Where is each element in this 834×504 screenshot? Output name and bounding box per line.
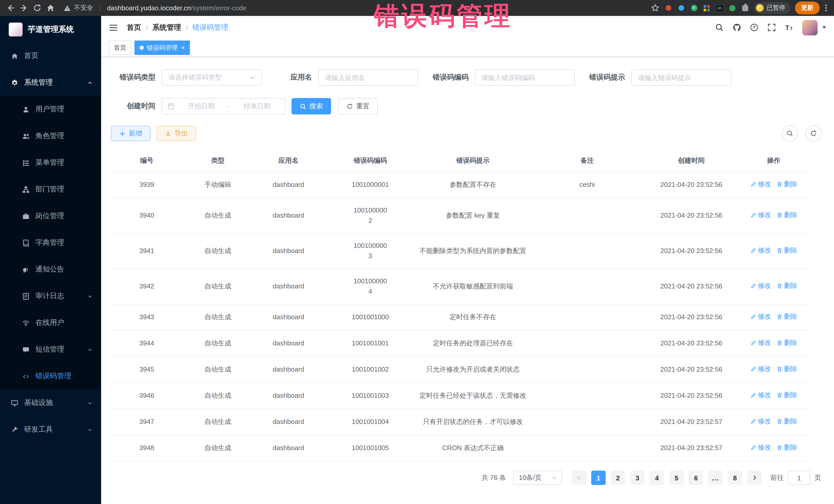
next-page-button[interactable]: [747, 470, 762, 485]
tab-error-code[interactable]: 错误码管理 ×: [134, 41, 190, 55]
extension-icon-grid[interactable]: [703, 4, 711, 12]
page-more-button[interactable]: ...: [708, 470, 723, 485]
delete-link[interactable]: 删除: [776, 179, 797, 190]
sidebar-item-notice[interactable]: 通知公告: [0, 256, 101, 283]
filter-time: 创建时间 开始日期 - 结束日期: [117, 98, 285, 114]
edit-link[interactable]: 修改: [750, 416, 771, 426]
back-icon[interactable]: [6, 4, 15, 12]
breadcrumb-home[interactable]: 首页: [127, 23, 141, 32]
page-button-8[interactable]: 8: [728, 470, 742, 485]
sidebar-item-dept[interactable]: 部门管理: [0, 176, 101, 203]
refresh-table-button[interactable]: [805, 125, 822, 141]
github-icon[interactable]: [732, 23, 741, 32]
sidebar-item-sms[interactable]: 短信管理: [0, 336, 101, 363]
breadcrumb-current: 错误码管理: [193, 23, 228, 32]
font-size-icon[interactable]: TT: [785, 23, 793, 32]
edit-link[interactable]: 修改: [750, 442, 771, 453]
sidebar-item-dict[interactable]: 字典管理: [0, 229, 101, 256]
sidebar-item-role[interactable]: 角色管理: [0, 123, 101, 149]
delete-link[interactable]: 删除: [776, 390, 797, 400]
edit-link[interactable]: 修改: [750, 364, 771, 374]
prev-page-button[interactable]: [572, 470, 586, 485]
error-hint-input[interactable]: [632, 70, 731, 85]
refresh-icon[interactable]: [33, 4, 42, 12]
date-range-picker[interactable]: 开始日期 - 结束日期: [162, 98, 285, 114]
delete-link[interactable]: 删除: [776, 442, 797, 453]
edit-link[interactable]: 修改: [750, 281, 771, 291]
user-avatar[interactable]: [802, 20, 817, 35]
page-button-3[interactable]: 3: [630, 470, 644, 485]
reset-button[interactable]: 重置: [338, 98, 378, 114]
sidebar-item-user[interactable]: 用户管理: [0, 96, 101, 123]
error-type-select[interactable]: 请选择错误码类型: [162, 69, 262, 86]
page-button-1[interactable]: 1: [591, 470, 606, 485]
tab-close-icon[interactable]: ×: [181, 45, 185, 51]
refresh-icon: [810, 130, 817, 137]
extensions-puzzle-icon[interactable]: [741, 4, 749, 12]
sidebar-item-home[interactable]: 首页: [0, 43, 101, 69]
delete-icon: [776, 283, 783, 289]
sidebar-toggle-icon[interactable]: [109, 23, 118, 32]
page-button-2[interactable]: 2: [611, 470, 625, 485]
tab-home[interactable]: 首页: [109, 41, 131, 55]
edit-link[interactable]: 修改: [750, 210, 771, 220]
page-size-select[interactable]: 10条/页: [513, 470, 562, 485]
search-button[interactable]: 搜索: [291, 98, 331, 114]
error-code-input[interactable]: [475, 70, 574, 85]
avatar-caret-icon[interactable]: [822, 26, 826, 29]
export-button-label: 导出: [175, 129, 188, 138]
delete-link[interactable]: 删除: [776, 245, 797, 256]
delete-link[interactable]: 删除: [776, 311, 797, 322]
delete-link[interactable]: 删除: [776, 281, 797, 291]
sidebar-item-dev-tools[interactable]: 研发工具: [0, 416, 101, 443]
delete-link[interactable]: 删除: [776, 210, 797, 220]
edit-icon: [750, 181, 756, 187]
bookmark-star-icon[interactable]: [651, 4, 659, 12]
sidebar-item-system[interactable]: 系统管理: [0, 69, 101, 96]
toggle-search-button[interactable]: [782, 125, 798, 141]
edit-link[interactable]: 修改: [750, 338, 771, 348]
profile-chip[interactable]: 已暂停: [754, 2, 790, 14]
forward-icon[interactable]: [20, 4, 28, 12]
add-button[interactable]: 新增: [111, 126, 150, 141]
address-url[interactable]: dashboard.yudao.iocoder.cn/system/error-…: [107, 4, 246, 12]
goto-page-input[interactable]: [788, 470, 810, 485]
cell-id: 3947: [109, 409, 184, 435]
sidebar-item-menu[interactable]: 菜单管理: [0, 149, 101, 176]
sidebar-item-post[interactable]: 岗位管理: [0, 203, 101, 229]
delete-link[interactable]: 删除: [776, 364, 797, 374]
browser-menu-icon[interactable]: [824, 5, 828, 11]
browser-update-button[interactable]: 更新: [795, 2, 820, 14]
delete-link[interactable]: 删除: [776, 416, 797, 426]
extension-icon-green-check[interactable]: V: [690, 4, 698, 12]
page-button-5[interactable]: 5: [669, 470, 684, 485]
delete-link[interactable]: 删除: [776, 338, 797, 348]
app-name-input[interactable]: [319, 70, 418, 85]
edit-link[interactable]: 修改: [750, 311, 771, 322]
page-button-4[interactable]: 4: [650, 470, 664, 485]
filter-app-label: 应用名: [274, 73, 312, 82]
extension-icon-on-badge[interactable]: on: [716, 4, 724, 12]
goto-label: 前往: [770, 473, 784, 482]
sidebar-item-online-user[interactable]: 在线用户: [0, 309, 101, 336]
sidebar-item-infra[interactable]: 基础设施: [0, 390, 101, 416]
logo-row[interactable]: 芋道管理系统: [0, 16, 101, 43]
extension-icon-teal[interactable]: [677, 4, 685, 12]
fullscreen-icon[interactable]: [767, 23, 776, 32]
extension-icon-paw[interactable]: [728, 4, 737, 12]
extension-icon-red[interactable]: [664, 4, 672, 12]
help-icon[interactable]: ?: [750, 23, 759, 32]
sidebar-item-audit-log[interactable]: 审计日志: [0, 283, 101, 309]
edit-link[interactable]: 修改: [750, 390, 771, 400]
sidebar-item-error-code[interactable]: 错误码管理: [0, 363, 101, 390]
column-header: 编号: [109, 150, 184, 172]
home-button-icon[interactable]: [46, 4, 55, 12]
breadcrumb-system[interactable]: 系统管理: [152, 23, 181, 32]
menu-list-icon: [22, 159, 30, 167]
edit-link[interactable]: 修改: [750, 179, 771, 190]
edit-link[interactable]: 修改: [750, 245, 771, 256]
page-button-6[interactable]: 6: [689, 470, 703, 485]
header-search-icon[interactable]: [715, 23, 724, 32]
security-indicator[interactable]: 不安全: [64, 4, 93, 12]
export-button[interactable]: 导出: [156, 126, 196, 141]
